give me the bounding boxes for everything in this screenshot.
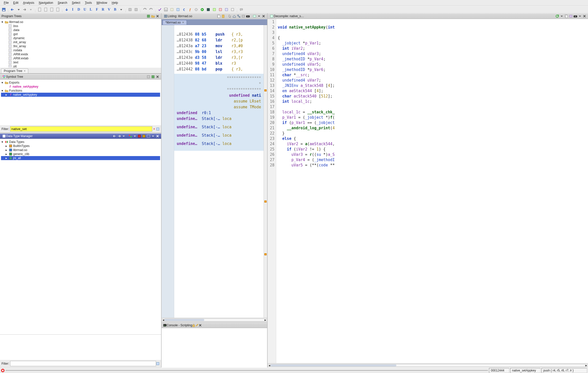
tab-program-tree[interactable]: Program Tree × bbox=[1, 68, 28, 73]
tree-export-item[interactable]: f native_setAppkey bbox=[1, 85, 160, 89]
menu-help[interactable]: Help bbox=[110, 1, 120, 5]
listing-row[interactable]: …012436 08 b5 push { r3, bbox=[177, 32, 261, 37]
dropdown-icon[interactable] bbox=[16, 7, 21, 12]
camera-icon[interactable] bbox=[573, 14, 577, 18]
save-icon[interactable] bbox=[1, 7, 7, 12]
letter-icon[interactable]: D bbox=[76, 7, 82, 12]
program-trees-body[interactable]: ▾librrnad.so.bss.data.got.dynamic.init_a… bbox=[0, 19, 161, 67]
misc-icon[interactable] bbox=[137, 134, 141, 138]
tree-root[interactable]: ▾Data Types bbox=[1, 140, 160, 144]
close-icon[interactable] bbox=[262, 14, 266, 18]
play-icon[interactable] bbox=[199, 7, 205, 12]
tree-section[interactable]: .init_array bbox=[1, 40, 160, 44]
dropdown-icon[interactable] bbox=[28, 7, 34, 12]
dropdown-icon[interactable] bbox=[151, 134, 155, 138]
refresh-icon[interactable] bbox=[555, 14, 559, 18]
clear-icon[interactable]: × bbox=[153, 127, 155, 131]
listing-stack-row[interactable]: undefine… Stack[-… loca bbox=[177, 141, 261, 147]
tree-section[interactable]: .plt bbox=[1, 64, 160, 67]
dtm-body[interactable]: ▾Data Types▸BuiltInTypes▸librrnad.so▸gen… bbox=[0, 139, 161, 334]
tree-item[interactable]: ▸BuiltInTypes bbox=[1, 144, 160, 148]
close-icon[interactable] bbox=[156, 75, 160, 79]
camera-icon[interactable] bbox=[246, 14, 250, 18]
cursor-icon[interactable] bbox=[228, 14, 232, 18]
tree-section[interactable]: .got bbox=[1, 32, 160, 36]
listing-stack-row[interactable]: undefine… Stack[-… loca bbox=[177, 124, 261, 130]
letter-icon[interactable]: V bbox=[106, 7, 112, 12]
misc-icon[interactable] bbox=[193, 7, 199, 12]
dropdown-icon[interactable] bbox=[133, 134, 137, 138]
misc-icon[interactable] bbox=[206, 7, 211, 12]
misc-icon[interactable] bbox=[569, 14, 573, 18]
paste-icon[interactable] bbox=[221, 14, 225, 18]
settings-icon[interactable] bbox=[156, 362, 160, 365]
listing-stack-row[interactable]: undefine… Stack[-… loca bbox=[177, 133, 261, 138]
redo-icon[interactable] bbox=[148, 7, 154, 12]
decompile-body[interactable]: 1 2 3 4 5 6 7 8 9 10 11 12 13 14 15 16 1… bbox=[268, 19, 588, 363]
misc-icon[interactable] bbox=[127, 7, 133, 12]
dropdown-icon[interactable] bbox=[118, 7, 124, 12]
misc-icon[interactable] bbox=[224, 7, 229, 12]
tree-section[interactable]: .dynamic bbox=[1, 36, 160, 40]
menu-search[interactable]: Search bbox=[55, 1, 69, 5]
menu-file[interactable]: File bbox=[2, 1, 11, 5]
fwd-icon[interactable] bbox=[117, 134, 121, 138]
chat-icon[interactable] bbox=[239, 7, 244, 12]
tree-icon[interactable] bbox=[146, 14, 150, 18]
misc-icon[interactable] bbox=[133, 7, 139, 12]
listing-row[interactable]: …01243e d3 58 ldr r3,[r bbox=[177, 55, 261, 61]
listing-row[interactable]: …012438 02 68 ldr r2,[p bbox=[177, 37, 261, 43]
chevron-right-icon[interactable]: ▸ bbox=[585, 364, 587, 367]
undo-icon[interactable] bbox=[142, 7, 148, 12]
tree-section[interactable]: .ARM.extab bbox=[1, 56, 160, 60]
close-icon[interactable]: × bbox=[182, 21, 184, 24]
close-icon[interactable] bbox=[582, 14, 586, 18]
tree-item[interactable]: ▸librrnad.so bbox=[1, 148, 160, 152]
letter-icon[interactable]: U bbox=[82, 7, 88, 12]
listing-row[interactable]: …012440 98 47 blx r3 bbox=[177, 61, 261, 66]
letter-icon[interactable]: R bbox=[100, 7, 106, 12]
tree-section[interactable]: .bss bbox=[1, 24, 160, 28]
dropdown-icon[interactable] bbox=[122, 134, 126, 138]
chevron-right-icon[interactable]: ▸ bbox=[265, 318, 266, 322]
graph-icon[interactable] bbox=[237, 14, 241, 18]
dtm-filter-input[interactable] bbox=[10, 361, 156, 366]
doc-icon[interactable] bbox=[49, 7, 55, 12]
copy-icon[interactable] bbox=[217, 14, 221, 18]
menu-select[interactable]: Select bbox=[70, 1, 83, 5]
tree-functions[interactable]: ▾ Functions bbox=[1, 89, 160, 93]
listing-hscroll[interactable]: ◂ ▸ bbox=[162, 318, 267, 322]
misc-icon[interactable] bbox=[252, 14, 257, 18]
folder-icon[interactable] bbox=[151, 14, 155, 18]
tree-root[interactable]: ▾librrnad.so bbox=[1, 20, 160, 24]
letter-icon[interactable]: B bbox=[112, 7, 118, 12]
tree-section[interactable]: .text bbox=[1, 60, 160, 64]
symbol-tree-body[interactable]: ▾ Exports f native_setAppkey ▾ Functions bbox=[0, 80, 161, 125]
misc-icon[interactable] bbox=[146, 75, 150, 79]
listing-stack-row[interactable]: undefined r0:1 bbox=[177, 110, 261, 116]
tree-section[interactable]: .data bbox=[1, 28, 160, 32]
listing-row[interactable]: …01243c 9b 00 lsl r3,r3 bbox=[177, 49, 261, 55]
tab-librrnad[interactable]: *librrnad.so × bbox=[163, 20, 187, 25]
window-icon[interactable] bbox=[146, 134, 150, 138]
symbol-filter-input[interactable] bbox=[10, 126, 152, 132]
listing-stack-row[interactable]: undefine… Stack[-… loca bbox=[177, 116, 261, 122]
misc-icon[interactable] bbox=[169, 7, 175, 12]
letter-icon[interactable]: F bbox=[94, 7, 100, 12]
tree-section[interactable]: .fini_array bbox=[1, 44, 160, 48]
console-body[interactable] bbox=[162, 328, 267, 367]
close-icon[interactable] bbox=[199, 324, 202, 327]
settings-icon[interactable] bbox=[156, 127, 160, 131]
tree-section[interactable]: .rodata bbox=[1, 48, 160, 52]
copy-icon[interactable] bbox=[564, 14, 568, 18]
back-arrow-icon[interactable] bbox=[10, 7, 15, 12]
menu-edit[interactable]: Edit bbox=[11, 1, 21, 5]
menu-window[interactable]: Window bbox=[94, 1, 110, 5]
doc-icon[interactable] bbox=[55, 7, 61, 12]
dropdown-icon[interactable] bbox=[257, 14, 261, 18]
listing-row[interactable]: …012442 08 bd pop { r3, bbox=[177, 66, 261, 72]
close-icon[interactable]: × bbox=[24, 69, 25, 73]
doc-icon[interactable] bbox=[37, 7, 42, 12]
tree-item[interactable]: ▸jni_all bbox=[1, 156, 160, 160]
forward-arrow-icon[interactable] bbox=[22, 7, 28, 12]
